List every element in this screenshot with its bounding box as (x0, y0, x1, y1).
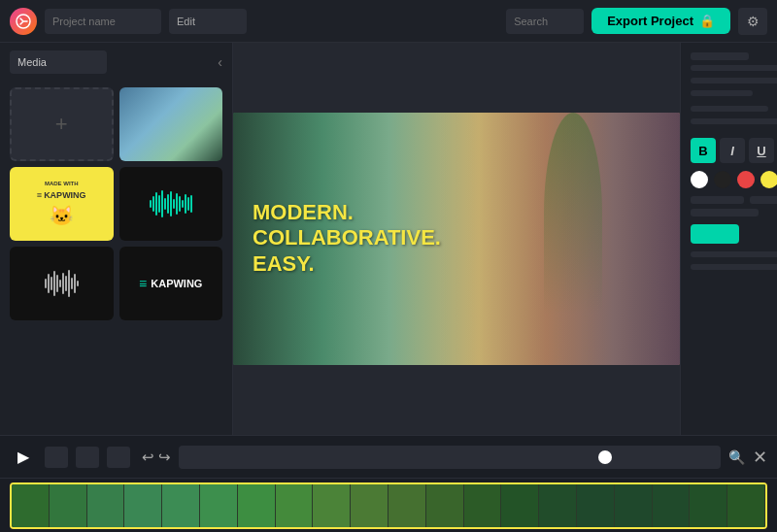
top-bar: Export Project 🔒 ⚙ (0, 0, 777, 43)
control-btn2[interactable] (76, 447, 99, 468)
cat-icon: 🐱 (50, 204, 74, 227)
right-panel-bar2 (691, 78, 777, 83)
right-panel-bar3 (691, 90, 753, 96)
timeline-frame (238, 484, 276, 527)
timeline-frame (388, 484, 426, 527)
timeline-frame (615, 484, 653, 527)
timeline-scrubber[interactable] (179, 446, 721, 469)
right-panel-bar4 (691, 106, 768, 112)
media-thumb-photo[interactable] (119, 87, 223, 161)
bold-button[interactable]: B (691, 138, 716, 163)
timeline-frame (727, 484, 765, 527)
media-thumb-kapwing-yellow[interactable]: MADE WITH ≡KAPWING 🐱 (10, 167, 114, 241)
redo-button[interactable]: ↪ (158, 449, 171, 466)
add-media-icon: + (55, 112, 68, 137)
app-logo[interactable] (10, 8, 37, 35)
right-panel-bottom-section (691, 251, 777, 272)
overlay-line3: EASY. (253, 251, 441, 277)
timeline-frame (50, 484, 87, 527)
kapwing-logo-dash: ≡ (139, 276, 147, 291)
media-panel-title[interactable] (10, 50, 107, 74)
right-panel-bar7 (691, 264, 777, 270)
timeline-area (0, 478, 777, 532)
italic-button[interactable]: I (720, 138, 745, 163)
settings-button[interactable]: ⚙ (738, 8, 767, 35)
color-red[interactable] (737, 171, 755, 188)
search-input[interactable] (506, 9, 584, 34)
right-panel-bar6 (691, 251, 777, 257)
tab1-input[interactable] (169, 9, 247, 34)
timeline-frame (313, 484, 351, 527)
right-panel-lower-section (691, 196, 777, 216)
timeline-frame (87, 484, 125, 527)
kapwing-logo-text: KAPWING (151, 278, 202, 289)
main-area: ‹ + MADE WITH ≡KAPWING 🐱 (0, 43, 777, 435)
overlay-line2: COLLABORATIVE. (253, 226, 441, 251)
timeline-frame (12, 484, 50, 527)
color-yellow[interactable] (760, 171, 777, 188)
timeline-frame (653, 484, 691, 527)
panel-collapse-button[interactable]: ‹ (218, 54, 222, 70)
kapwing-logo: ≡KAPWING (37, 190, 86, 200)
bottom-controls-bar: ▶ ↩ ↪ 🔍 ✕ (0, 435, 777, 478)
media-thumb-kapwing-dark[interactable]: ≡ KAPWING (119, 247, 223, 320)
accent-color-bar[interactable] (691, 224, 739, 244)
made-with-label: MADE WITH (45, 181, 79, 186)
timeline-frame (690, 484, 727, 527)
placeholder-block1 (691, 196, 744, 204)
timeline-frame (276, 484, 314, 527)
right-panel-top-section (691, 52, 777, 98)
media-thumb-waveform1[interactable] (119, 167, 223, 241)
play-button[interactable]: ▶ (10, 444, 37, 471)
undo-redo-group: ↩ ↪ (142, 449, 171, 466)
zoom-icon: 🔍 (728, 449, 745, 465)
color-swatch-row (691, 171, 777, 188)
timeline-frame (426, 484, 464, 527)
timeline-frame (464, 484, 502, 527)
media-grid: + MADE WITH ≡KAPWING 🐱 (0, 82, 232, 326)
right-panel-bar5 (691, 118, 777, 124)
timeline-frame (200, 484, 238, 527)
video-canvas[interactable]: MODERN. COLLABORATIVE. EASY. (233, 113, 680, 365)
project-name-input[interactable] (45, 9, 161, 34)
timeline-strip[interactable] (10, 482, 767, 529)
placeholder-block3 (691, 209, 759, 216)
right-panel: B I U (680, 43, 777, 435)
settings-icon: ⚙ (747, 14, 760, 29)
export-button[interactable]: Export Project 🔒 (591, 8, 730, 34)
right-panel-placeholder-label (691, 52, 749, 60)
right-panel-mid-section (691, 106, 777, 126)
control-btn1[interactable] (45, 447, 68, 468)
left-panel-header: ‹ (0, 43, 232, 82)
placeholder-block2 (750, 196, 777, 204)
timeline-frame (501, 484, 539, 527)
playhead (598, 450, 612, 464)
video-text-overlay: MODERN. COLLABORATIVE. EASY. (253, 200, 441, 277)
waveform-bars-2 (45, 269, 79, 298)
timeline-frame (539, 484, 577, 527)
control-btn3[interactable] (107, 447, 130, 468)
lock-icon: 🔒 (699, 14, 715, 28)
right-panel-bar1 (691, 65, 777, 71)
timeline-frame (124, 484, 162, 527)
close-button[interactable]: ✕ (753, 447, 767, 468)
waveform-bars (150, 189, 192, 218)
left-panel: ‹ + MADE WITH ≡KAPWING 🐱 (0, 43, 233, 435)
overlay-line1: MODERN. (253, 200, 441, 225)
color-white[interactable] (691, 171, 708, 188)
placeholder-row1 (691, 196, 777, 204)
placeholder-row2 (691, 209, 777, 216)
center-canvas-area: MODERN. COLLABORATIVE. EASY. (233, 43, 680, 435)
timeline-frame (577, 484, 615, 527)
underline-button[interactable]: U (749, 138, 774, 163)
timeline-frame (162, 484, 200, 527)
export-label: Export Project (607, 14, 693, 28)
color-black[interactable] (714, 171, 731, 188)
undo-button[interactable]: ↩ (142, 449, 154, 466)
media-thumb-waveform2[interactable] (10, 247, 114, 320)
media-upload-slot[interactable]: + (10, 87, 114, 161)
timeline-frame (351, 484, 388, 527)
text-format-toolbar: B I U (691, 138, 777, 163)
